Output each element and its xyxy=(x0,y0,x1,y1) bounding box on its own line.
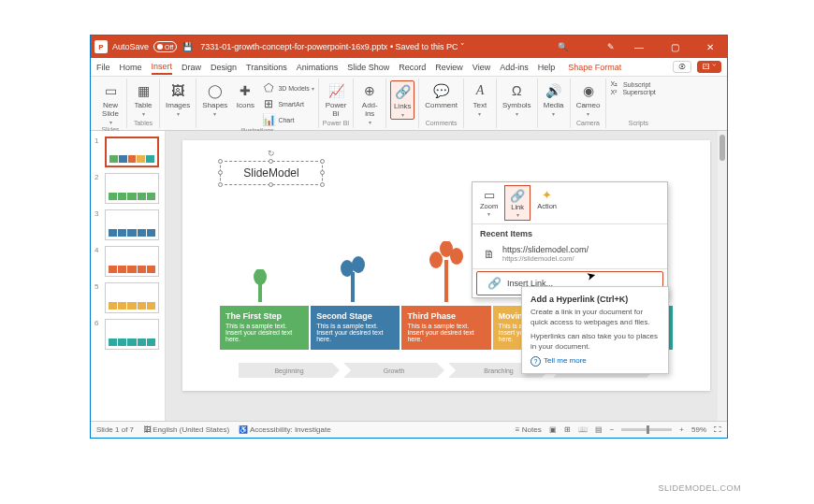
link-icon: 🔗 xyxy=(393,82,412,101)
zoom-level: 59% xyxy=(691,425,706,434)
table-button[interactable]: ▦Table▾ xyxy=(131,80,155,118)
subscript-button[interactable]: X₂ Subscript xyxy=(610,80,666,88)
rotate-handle-icon[interactable]: ↻ xyxy=(268,149,275,156)
svg-point-3 xyxy=(352,256,365,273)
text-button[interactable]: AText▾ xyxy=(468,80,492,118)
selection-text: SlideModel xyxy=(243,166,298,180)
thumbnail-2[interactable]: 2 xyxy=(94,173,161,204)
cube-icon: ⬠ xyxy=(261,80,276,95)
view-slideshow-icon[interactable]: ▤ xyxy=(595,425,603,434)
chart-icon: 📊 xyxy=(261,112,276,127)
3d-models-button[interactable]: ⬠3D Models▾ xyxy=(261,80,313,95)
notes-button[interactable]: ≡ Notes xyxy=(516,425,542,434)
media-button[interactable]: 🔊Media▾ xyxy=(542,80,566,118)
svg-rect-1 xyxy=(258,283,262,302)
addins-button[interactable]: ⊕Add- ins▾ xyxy=(357,80,382,126)
tab-review[interactable]: Review xyxy=(435,61,463,74)
zoom-slider[interactable] xyxy=(621,428,672,431)
ribbon: ▭New Slide▾ Slides ▦Table▾ Tables 🖼Image… xyxy=(91,77,727,131)
link-dropdown-button[interactable]: 🔗Link▾ xyxy=(504,185,531,221)
tab-view[interactable]: View xyxy=(472,61,490,74)
symbols-button[interactable]: ΩSymbols▾ xyxy=(501,80,533,118)
powerpoint-icon: P xyxy=(94,40,108,53)
recent-items-header: Recent Items xyxy=(472,224,667,241)
tab-transitions[interactable]: Transitions xyxy=(246,61,287,74)
close-button[interactable]: ✕ xyxy=(697,36,723,58)
accessibility-indicator[interactable]: ♿ Accessibility: Investigate xyxy=(239,425,330,434)
recent-item[interactable]: 🗎 https://slidemodel.com/ https://slidem… xyxy=(472,241,667,266)
new-slide-button[interactable]: ▭New Slide▾ xyxy=(98,80,123,126)
tab-file[interactable]: File xyxy=(96,61,110,74)
process-arrow: Growth xyxy=(343,363,444,378)
superscript-button[interactable]: X² Superscript xyxy=(610,89,666,95)
process-arrow: Beginning xyxy=(239,363,340,378)
svg-rect-4 xyxy=(351,272,355,302)
pencil-icon[interactable]: ✎ xyxy=(605,41,617,52)
svg-point-5 xyxy=(429,252,443,268)
tell-me-more-link[interactable]: Tell me more xyxy=(531,356,660,367)
thumbnail-6[interactable]: 6 xyxy=(94,319,161,350)
tab-animations[interactable]: Animations xyxy=(297,61,339,74)
tab-shape-format[interactable]: Shape Format xyxy=(568,61,621,74)
autosave-toggle[interactable]: Off xyxy=(153,41,177,52)
view-sorter-icon[interactable]: ⊞ xyxy=(564,425,571,434)
tab-record[interactable]: Record xyxy=(399,61,426,74)
table-icon: ▦ xyxy=(134,81,153,100)
record-mini-button[interactable]: ⦿ xyxy=(673,61,691,73)
thumbnail-1[interactable]: 1 xyxy=(94,137,161,167)
tab-insert[interactable]: Insert xyxy=(152,60,173,75)
hyperlink-tooltip: Add a Hyperlink (Ctrl+K) Create a link i… xyxy=(521,286,669,374)
thumbnail-3[interactable]: 3 xyxy=(94,209,161,240)
selected-textbox[interactable]: ↻ SlideModel xyxy=(220,161,323,185)
language-indicator[interactable]: 🖽 English (United States) xyxy=(143,425,229,434)
thumbnail-4[interactable]: 4 xyxy=(94,246,161,277)
share-button[interactable]: ⮹ ˅ xyxy=(697,61,721,73)
tab-home[interactable]: Home xyxy=(120,61,142,74)
view-reading-icon[interactable]: 📖 xyxy=(578,425,588,434)
link-icon: 🔗 xyxy=(487,276,501,291)
save-status: Saved to this PC xyxy=(396,42,458,51)
cameo-icon: ◉ xyxy=(579,81,598,100)
titlebar: P AutoSave Off 💾 7331-01-growth-concept-… xyxy=(91,36,727,58)
images-button[interactable]: 🖼Images▾ xyxy=(164,80,192,118)
thumbnail-5[interactable]: 5 xyxy=(94,282,161,313)
tab-slideshow[interactable]: Slide Show xyxy=(347,61,389,74)
powerbi-button[interactable]: 📈Power BI xyxy=(324,80,349,119)
smartart-button[interactable]: ⊞SmartArt xyxy=(261,96,313,111)
action-button[interactable]: ✦Action xyxy=(532,185,561,221)
page-icon: 🗎 xyxy=(482,247,497,262)
comment-button[interactable]: 💬Comment xyxy=(423,80,459,110)
slide-thumbnails-pane[interactable]: 123456 xyxy=(91,131,166,421)
card: The First StepThis is a sample text. Ins… xyxy=(220,306,309,350)
minimize-button[interactable]: — xyxy=(626,36,652,58)
smartart-icon: ⊞ xyxy=(261,96,276,111)
zoom-in-button[interactable]: + xyxy=(679,425,684,434)
link-icon: 🔗 xyxy=(510,188,525,203)
document-title: 7331-01-growth-concept-for-powerpoint-16… xyxy=(200,42,387,51)
images-icon: 🖼 xyxy=(168,81,187,100)
svg-point-0 xyxy=(254,269,267,285)
tab-draw[interactable]: Draw xyxy=(182,61,201,74)
tab-addins[interactable]: Add-ins xyxy=(500,61,529,74)
powerbi-icon: 📈 xyxy=(327,81,345,100)
zoom-icon: ▭ xyxy=(482,187,497,202)
chart-button[interactable]: 📊Chart xyxy=(261,112,313,127)
tab-design[interactable]: Design xyxy=(211,61,237,74)
cameo-button[interactable]: ◉Cameo▾ xyxy=(574,80,603,118)
card: Third PhaseThis is a sample text. Insert… xyxy=(401,306,490,350)
tab-help[interactable]: Help xyxy=(538,61,556,74)
search-icon[interactable]: 🔍 xyxy=(557,41,568,52)
zoom-button[interactable]: ▭Zoom▾ xyxy=(475,185,502,221)
comment-icon: 💬 xyxy=(432,81,451,100)
save-icon[interactable]: 💾 xyxy=(182,41,193,52)
shapes-icon: ◯ xyxy=(206,81,225,100)
slide-counter: Slide 1 of 7 xyxy=(96,425,134,434)
maximize-button[interactable]: ▢ xyxy=(661,36,688,58)
fit-window-icon[interactable]: ⛶ xyxy=(714,425,721,434)
icons-button[interactable]: ✚Icons xyxy=(233,80,257,110)
view-normal-icon[interactable]: ▣ xyxy=(549,425,557,434)
zoom-out-button[interactable]: − xyxy=(610,425,615,434)
vertical-scrollbar[interactable] xyxy=(718,131,727,421)
shapes-button[interactable]: ◯Shapes▾ xyxy=(200,80,229,118)
links-button[interactable]: 🔗Links▾ xyxy=(390,80,414,120)
